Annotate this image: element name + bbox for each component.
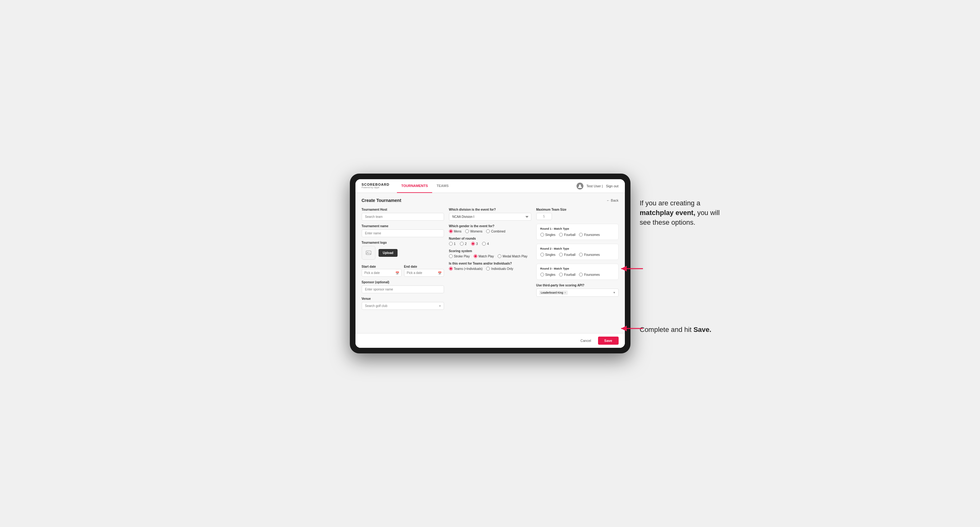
round3-fourball-label: Fourball <box>564 273 575 276</box>
multiselect-dropdown-icon: ▼ <box>613 291 616 294</box>
max-team-size-input[interactable] <box>536 213 552 220</box>
gender-radio-group: Mens Womens Combined <box>449 229 531 233</box>
tablet-screen: SCOREBOARD Powered by clippit TOURNAMENT… <box>355 179 625 348</box>
logo-placeholder <box>362 246 375 260</box>
page-content: Create Tournament ← Back Tournament Host… <box>355 193 625 333</box>
round1-fourball[interactable]: Fourball <box>559 233 575 237</box>
teams-group: Is this event for Teams and/or Individua… <box>449 262 531 270</box>
scoring-medal-match[interactable]: Medal Match Play <box>498 254 527 258</box>
sponsor-label: Sponsor (optional) <box>362 281 444 284</box>
tournament-name-label: Tournament name <box>362 224 444 228</box>
round-4-label: 4 <box>487 242 489 246</box>
venue-dropdown-icon: ▼ <box>439 305 442 308</box>
scoring-label: Scoring system <box>449 249 531 253</box>
teams-radio-group: Teams (+Individuals) Individuals Only <box>449 267 531 270</box>
division-group: Which division is the event for? NCAA Di… <box>449 208 531 221</box>
round2-foursomes-label: Foursomes <box>584 253 600 257</box>
round1-foursomes[interactable]: Foursomes <box>579 233 600 237</box>
round3-label: Round 3 - Match Type <box>540 267 614 270</box>
round2-label: Round 2 - Match Type <box>540 247 614 250</box>
round-2-label: 2 <box>465 242 467 246</box>
user-avatar-icon <box>576 183 583 189</box>
form-col-middle: Which division is the event for? NCAA Di… <box>449 208 531 310</box>
max-team-size-group: Maximum Team Size <box>536 208 619 220</box>
teams-plus-individuals[interactable]: Teams (+Individuals) <box>449 267 483 270</box>
round2-fourball[interactable]: Fourball <box>559 253 575 257</box>
start-date-calendar-icon: 📅 <box>395 271 399 275</box>
round3-radio-group: Singles Fourball Foursomes <box>540 273 614 276</box>
gender-label: Which gender is the event for? <box>449 224 531 228</box>
save-button[interactable]: Save <box>598 337 619 345</box>
third-party-label: Use third-party live scoring API? <box>536 284 619 287</box>
gender-radio-mens[interactable]: Mens <box>449 229 461 233</box>
scoring-match-play[interactable]: Match Play <box>474 254 494 258</box>
round2-foursomes[interactable]: Foursomes <box>579 253 600 257</box>
round1-singles[interactable]: Singles <box>540 233 556 237</box>
gender-mens-label: Mens <box>454 230 461 233</box>
end-date-label: End date <box>404 265 417 268</box>
form-grid: Tournament Host Tournament name Tourname… <box>362 208 619 310</box>
venue-label: Venue <box>362 297 444 300</box>
scoring-stroke-play[interactable]: Stroke Play <box>449 254 470 258</box>
cancel-button[interactable]: Cancel <box>577 337 595 344</box>
stroke-play-label: Stroke Play <box>454 255 470 258</box>
nav-bar: SCOREBOARD Powered by clippit TOURNAMENT… <box>355 179 625 193</box>
division-label: Which division is the event for? <box>449 208 531 211</box>
round1-label: Round 1 - Match Type <box>540 227 614 230</box>
gender-combined-label: Combined <box>491 230 506 233</box>
round2-match-type-block: Round 2 - Match Type Singles Fourball <box>536 244 619 260</box>
venue-input[interactable] <box>362 302 444 310</box>
round3-foursomes-label: Foursomes <box>584 273 600 276</box>
annotation-bottom-arrow <box>618 322 646 335</box>
round2-singles-label: Singles <box>545 253 556 257</box>
end-date-group: End date 📅 <box>404 264 444 277</box>
round1-singles-label: Singles <box>545 233 556 237</box>
nav-logo: SCOREBOARD Powered by clippit <box>362 183 390 189</box>
sponsor-input[interactable] <box>362 286 444 293</box>
round2-singles[interactable]: Singles <box>540 253 556 257</box>
gender-radio-combined[interactable]: Combined <box>486 229 506 233</box>
tablet-frame: SCOREBOARD Powered by clippit TOURNAMENT… <box>350 174 630 353</box>
match-play-label: Match Play <box>479 255 494 258</box>
form-footer: Cancel Save <box>355 333 625 348</box>
tournament-name-group: Tournament name <box>362 224 444 237</box>
signout-link[interactable]: Sign out <box>606 184 618 188</box>
annotation-top-text1: If you are creating a <box>640 199 700 207</box>
scoring-radio-group: Stroke Play Match Play Medal Match Play <box>449 254 531 258</box>
date-group: Start date 📅 End date <box>362 264 444 277</box>
round-2[interactable]: 2 <box>460 242 467 246</box>
page-title: Create Tournament <box>362 198 401 203</box>
annotation-top-arrow <box>618 262 646 275</box>
round2-radio-group: Singles Fourball Foursomes <box>540 253 614 257</box>
nav-tab-tournaments[interactable]: TOURNAMENTS <box>397 179 432 193</box>
rounds-radio-group: 1 2 3 <box>449 242 531 246</box>
tournament-host-label: Tournament Host <box>362 208 444 211</box>
tournament-host-input[interactable] <box>362 213 444 221</box>
gender-radio-womens[interactable]: Womens <box>465 229 482 233</box>
round3-singles[interactable]: Singles <box>540 273 556 276</box>
upload-button[interactable]: Upload <box>379 249 398 257</box>
tournament-logo-group: Tournament logo Upload <box>362 241 444 260</box>
nav-tab-teams[interactable]: TEAMS <box>432 179 453 193</box>
division-select[interactable]: NCAA Division I <box>449 213 531 221</box>
individuals-only[interactable]: Individuals Only <box>486 267 513 270</box>
annotation-top-bold: matchplay event, <box>640 209 696 217</box>
start-date-label: Start date <box>362 265 376 268</box>
nav-right: Test User | Sign out <box>576 183 619 189</box>
individuals-only-label: Individuals Only <box>491 267 513 270</box>
third-party-value: Leaderboard King <box>541 291 563 294</box>
teams-label: Is this event for Teams and/or Individua… <box>449 262 531 265</box>
round-4[interactable]: 4 <box>482 242 489 246</box>
third-party-remove-icon[interactable]: × <box>564 291 566 294</box>
third-party-select[interactable]: Leaderboard King × ▼ <box>536 289 619 297</box>
round-3[interactable]: 3 <box>471 242 478 246</box>
form-col-left: Tournament Host Tournament name Tourname… <box>362 208 444 310</box>
end-date-calendar-icon: 📅 <box>438 271 442 275</box>
round3-fourball[interactable]: Fourball <box>559 273 575 276</box>
round3-foursomes[interactable]: Foursomes <box>579 273 600 276</box>
round1-radio-group: Singles Fourball Foursomes <box>540 233 614 237</box>
round3-singles-label: Singles <box>545 273 556 276</box>
back-button[interactable]: ← Back <box>606 198 619 202</box>
round-1[interactable]: 1 <box>449 242 456 246</box>
tournament-name-input[interactable] <box>362 229 444 237</box>
